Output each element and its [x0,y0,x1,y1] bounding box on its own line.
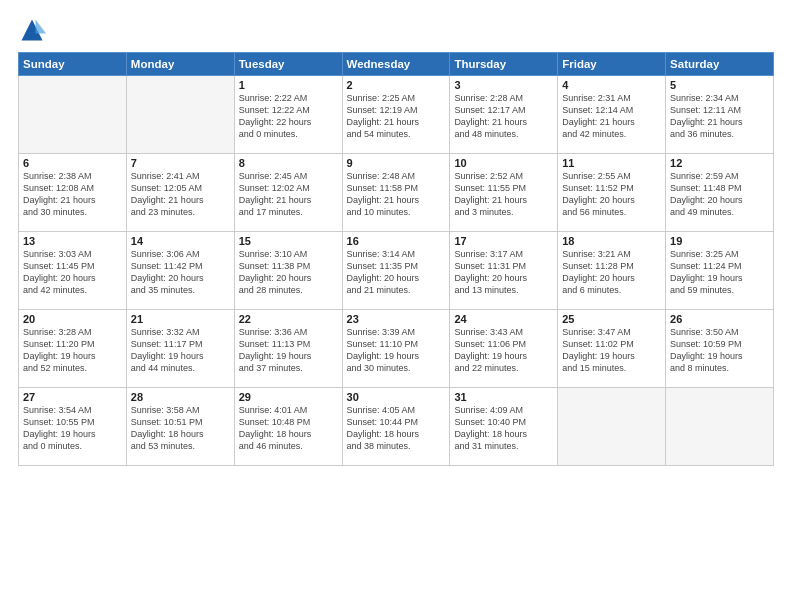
day-number: 31 [454,391,553,403]
calendar-cell: 30Sunrise: 4:05 AM Sunset: 10:44 PM Dayl… [342,388,450,466]
day-number: 30 [347,391,446,403]
calendar-cell: 5Sunrise: 2:34 AM Sunset: 12:11 AM Dayli… [666,76,774,154]
day-number: 20 [23,313,122,325]
calendar-header-monday: Monday [126,53,234,76]
day-info: Sunrise: 3:39 AM Sunset: 11:10 PM Daylig… [347,326,446,375]
calendar-cell: 27Sunrise: 3:54 AM Sunset: 10:55 PM Dayl… [19,388,127,466]
day-info: Sunrise: 2:22 AM Sunset: 12:22 AM Daylig… [239,92,338,141]
day-number: 12 [670,157,769,169]
day-info: Sunrise: 2:48 AM Sunset: 11:58 PM Daylig… [347,170,446,219]
calendar-cell: 28Sunrise: 3:58 AM Sunset: 10:51 PM Dayl… [126,388,234,466]
day-info: Sunrise: 3:25 AM Sunset: 11:24 PM Daylig… [670,248,769,297]
calendar-header-wednesday: Wednesday [342,53,450,76]
day-number: 16 [347,235,446,247]
day-info: Sunrise: 3:17 AM Sunset: 11:31 PM Daylig… [454,248,553,297]
calendar-header-sunday: Sunday [19,53,127,76]
calendar-cell: 15Sunrise: 3:10 AM Sunset: 11:38 PM Dayl… [234,232,342,310]
calendar-week-1: 1Sunrise: 2:22 AM Sunset: 12:22 AM Dayli… [19,76,774,154]
day-number: 26 [670,313,769,325]
day-info: Sunrise: 3:36 AM Sunset: 11:13 PM Daylig… [239,326,338,375]
day-info: Sunrise: 3:43 AM Sunset: 11:06 PM Daylig… [454,326,553,375]
day-number: 25 [562,313,661,325]
day-info: Sunrise: 3:32 AM Sunset: 11:17 PM Daylig… [131,326,230,375]
day-info: Sunrise: 4:05 AM Sunset: 10:44 PM Daylig… [347,404,446,453]
calendar-cell: 20Sunrise: 3:28 AM Sunset: 11:20 PM Dayl… [19,310,127,388]
day-number: 28 [131,391,230,403]
day-number: 29 [239,391,338,403]
day-info: Sunrise: 2:38 AM Sunset: 12:08 AM Daylig… [23,170,122,219]
calendar-cell [558,388,666,466]
day-number: 5 [670,79,769,91]
day-number: 9 [347,157,446,169]
day-info: Sunrise: 2:45 AM Sunset: 12:02 AM Daylig… [239,170,338,219]
calendar-cell: 18Sunrise: 3:21 AM Sunset: 11:28 PM Dayl… [558,232,666,310]
calendar-cell: 12Sunrise: 2:59 AM Sunset: 11:48 PM Dayl… [666,154,774,232]
calendar-header-tuesday: Tuesday [234,53,342,76]
day-number: 2 [347,79,446,91]
calendar-cell: 4Sunrise: 2:31 AM Sunset: 12:14 AM Dayli… [558,76,666,154]
calendar-cell [666,388,774,466]
calendar-cell: 23Sunrise: 3:39 AM Sunset: 11:10 PM Dayl… [342,310,450,388]
logo-icon [18,16,46,44]
calendar-cell: 25Sunrise: 3:47 AM Sunset: 11:02 PM Dayl… [558,310,666,388]
day-info: Sunrise: 3:10 AM Sunset: 11:38 PM Daylig… [239,248,338,297]
day-number: 17 [454,235,553,247]
calendar-cell: 31Sunrise: 4:09 AM Sunset: 10:40 PM Dayl… [450,388,558,466]
calendar-cell: 21Sunrise: 3:32 AM Sunset: 11:17 PM Dayl… [126,310,234,388]
day-number: 7 [131,157,230,169]
calendar-cell: 2Sunrise: 2:25 AM Sunset: 12:19 AM Dayli… [342,76,450,154]
calendar-cell: 3Sunrise: 2:28 AM Sunset: 12:17 AM Dayli… [450,76,558,154]
day-number: 10 [454,157,553,169]
calendar-week-5: 27Sunrise: 3:54 AM Sunset: 10:55 PM Dayl… [19,388,774,466]
day-info: Sunrise: 3:14 AM Sunset: 11:35 PM Daylig… [347,248,446,297]
calendar-cell: 13Sunrise: 3:03 AM Sunset: 11:45 PM Dayl… [19,232,127,310]
calendar-cell: 26Sunrise: 3:50 AM Sunset: 10:59 PM Dayl… [666,310,774,388]
day-info: Sunrise: 2:41 AM Sunset: 12:05 AM Daylig… [131,170,230,219]
day-info: Sunrise: 2:25 AM Sunset: 12:19 AM Daylig… [347,92,446,141]
calendar-cell: 24Sunrise: 3:43 AM Sunset: 11:06 PM Dayl… [450,310,558,388]
day-number: 22 [239,313,338,325]
day-number: 11 [562,157,661,169]
calendar-cell: 22Sunrise: 3:36 AM Sunset: 11:13 PM Dayl… [234,310,342,388]
calendar-cell: 11Sunrise: 2:55 AM Sunset: 11:52 PM Dayl… [558,154,666,232]
day-number: 15 [239,235,338,247]
calendar-cell: 29Sunrise: 4:01 AM Sunset: 10:48 PM Dayl… [234,388,342,466]
day-info: Sunrise: 4:09 AM Sunset: 10:40 PM Daylig… [454,404,553,453]
calendar-week-4: 20Sunrise: 3:28 AM Sunset: 11:20 PM Dayl… [19,310,774,388]
day-number: 13 [23,235,122,247]
day-number: 8 [239,157,338,169]
calendar-cell: 10Sunrise: 2:52 AM Sunset: 11:55 PM Dayl… [450,154,558,232]
day-number: 19 [670,235,769,247]
calendar-header-friday: Friday [558,53,666,76]
day-number: 3 [454,79,553,91]
calendar-cell: 1Sunrise: 2:22 AM Sunset: 12:22 AM Dayli… [234,76,342,154]
page: SundayMondayTuesdayWednesdayThursdayFrid… [0,0,792,612]
logo [18,16,50,44]
day-number: 14 [131,235,230,247]
day-info: Sunrise: 3:21 AM Sunset: 11:28 PM Daylig… [562,248,661,297]
calendar-cell: 8Sunrise: 2:45 AM Sunset: 12:02 AM Dayli… [234,154,342,232]
day-number: 23 [347,313,446,325]
calendar-table: SundayMondayTuesdayWednesdayThursdayFrid… [18,52,774,466]
day-info: Sunrise: 2:55 AM Sunset: 11:52 PM Daylig… [562,170,661,219]
calendar-header-thursday: Thursday [450,53,558,76]
day-info: Sunrise: 3:54 AM Sunset: 10:55 PM Daylig… [23,404,122,453]
calendar-cell: 19Sunrise: 3:25 AM Sunset: 11:24 PM Dayl… [666,232,774,310]
calendar-cell: 17Sunrise: 3:17 AM Sunset: 11:31 PM Dayl… [450,232,558,310]
day-info: Sunrise: 3:58 AM Sunset: 10:51 PM Daylig… [131,404,230,453]
day-info: Sunrise: 3:47 AM Sunset: 11:02 PM Daylig… [562,326,661,375]
day-number: 18 [562,235,661,247]
day-info: Sunrise: 3:03 AM Sunset: 11:45 PM Daylig… [23,248,122,297]
header [18,16,774,44]
day-info: Sunrise: 2:59 AM Sunset: 11:48 PM Daylig… [670,170,769,219]
calendar-cell: 6Sunrise: 2:38 AM Sunset: 12:08 AM Dayli… [19,154,127,232]
day-info: Sunrise: 3:28 AM Sunset: 11:20 PM Daylig… [23,326,122,375]
calendar-week-3: 13Sunrise: 3:03 AM Sunset: 11:45 PM Dayl… [19,232,774,310]
day-info: Sunrise: 2:31 AM Sunset: 12:14 AM Daylig… [562,92,661,141]
calendar-header-row: SundayMondayTuesdayWednesdayThursdayFrid… [19,53,774,76]
day-number: 1 [239,79,338,91]
svg-marker-1 [36,20,47,34]
day-info: Sunrise: 2:34 AM Sunset: 12:11 AM Daylig… [670,92,769,141]
calendar-cell [19,76,127,154]
calendar-cell: 9Sunrise: 2:48 AM Sunset: 11:58 PM Dayli… [342,154,450,232]
